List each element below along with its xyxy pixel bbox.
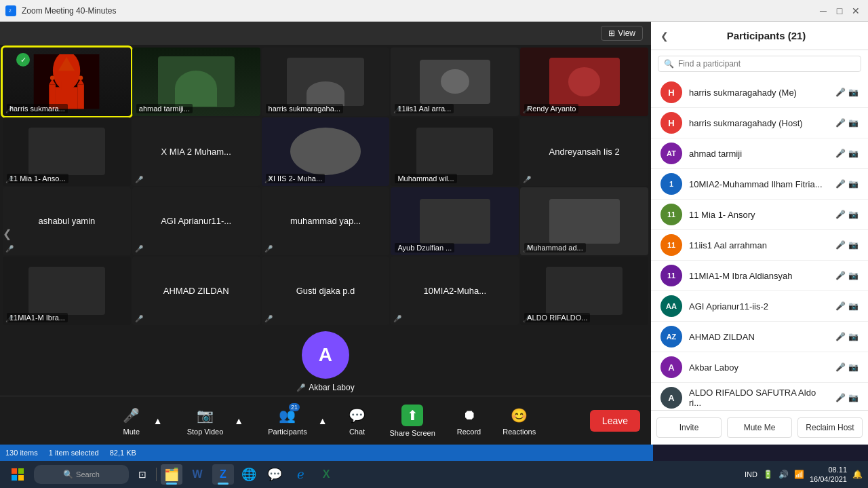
cam-icon: 📷 xyxy=(848,210,859,219)
participant-name: harris sukmaragahady (Host) xyxy=(689,118,829,128)
view-button[interactable]: ⊞ View xyxy=(601,26,643,41)
task-view-icon[interactable]: ⊡ xyxy=(133,465,152,484)
participant-item: AZ AHMAD ZILDAN 🎤 📷 xyxy=(651,322,868,352)
taskbar-search[interactable]: 🔍 Search xyxy=(34,465,129,484)
svg-text:Z: Z xyxy=(9,9,12,13)
record-button[interactable]: ⏺ Record xyxy=(448,402,490,440)
mute-icon-12: 🎤 xyxy=(135,245,143,252)
video-cell-15[interactable]: 🎤 Muhammad ad... xyxy=(520,187,648,256)
akbar-laboy-avatar: A xyxy=(302,331,349,379)
video-cell-8[interactable]: 🎤 XI IIS 2- Muha... xyxy=(262,117,390,186)
record-icon: ⏺ xyxy=(460,406,479,425)
invite-button[interactable]: Invite xyxy=(656,417,722,438)
participant-icons: 🎤 📷 xyxy=(835,271,859,280)
battery-icon: 🔋 xyxy=(763,470,773,479)
video-cell-11[interactable]: ashabul yamin 🎤 xyxy=(3,187,131,256)
cell-name-13-txt: muhammad yap... xyxy=(288,213,363,229)
video-cell-13[interactable]: muhammad yap... 🎤 xyxy=(262,187,390,256)
cell-name-3: harris sukmaragaha... xyxy=(266,104,343,113)
taskbar-edge[interactable]: ℯ xyxy=(290,464,311,485)
reactions-button[interactable]: 😊 Reactions xyxy=(493,402,545,440)
participant-name: 11 Mia 1- Ansory xyxy=(689,210,829,220)
video-group: 📷 Stop Video ▲ xyxy=(172,402,250,440)
mic-muted-icon: 🎤 xyxy=(835,393,846,402)
mute-me-button[interactable]: Mute Me xyxy=(727,417,792,438)
start-button[interactable] xyxy=(5,464,30,485)
cam-muted-icon: 📷 xyxy=(848,393,859,402)
video-cell-14[interactable]: Ayub Dzulfian ... xyxy=(391,187,519,256)
video-cell-12[interactable]: AGI Aprianur11-... 🎤 xyxy=(132,187,260,256)
cell-name-17-txt: AHMAD ZILDAN xyxy=(161,283,232,299)
avatar: AT xyxy=(660,143,682,164)
mic-icon: 🎤 xyxy=(835,88,846,97)
panel-collapse-button[interactable]: ❮ xyxy=(660,31,669,41)
cam-muted-icon: 📷 xyxy=(848,362,859,372)
mute-icon-7: 🎤 xyxy=(135,176,143,183)
mute-chevron[interactable]: ▲ xyxy=(152,415,164,426)
share-screen-button[interactable]: ⬆ Share Screen xyxy=(380,400,445,441)
selected-count: 1 item selected xyxy=(49,449,99,457)
cell-name-5: Rendy Aryanto xyxy=(524,104,578,113)
close-button[interactable]: ✕ xyxy=(849,4,863,18)
cell-name-19-txt: 10MIA2-Muha... xyxy=(421,283,490,299)
svg-rect-14 xyxy=(18,468,24,474)
chat-button[interactable]: 💬 Chat xyxy=(337,402,378,440)
scroll-left-icon[interactable]: ❮ xyxy=(3,227,12,240)
participant-item: H harris sukmaragahady (Me) 🎤 📷 xyxy=(651,77,868,108)
item-count: 130 items xyxy=(5,449,38,457)
participant-item: A Akbar Laboy 🎤 📷 xyxy=(651,352,868,383)
participant-icons: 🎤 📷 xyxy=(835,88,859,97)
taskbar-chrome[interactable]: 🌐 xyxy=(238,464,260,485)
participant-item: AA AGI Aprianur11-iis-2 🎤 📷 xyxy=(651,291,868,322)
mute-icon-13: 🎤 xyxy=(264,245,273,252)
video-cell-6[interactable]: 🎤 11 Mia 1- Anso... xyxy=(3,117,131,186)
svg-rect-5 xyxy=(61,81,72,90)
taskbar-word[interactable]: W xyxy=(186,464,208,485)
share-screen-icon: ⬆ xyxy=(401,405,423,426)
reclaim-host-button[interactable]: Reclaim Host xyxy=(797,417,863,438)
video-cell-20[interactable]: 🎤 ALDO RIFALDO... xyxy=(520,257,648,325)
cell-name-16: 11MIA1-M Ibra... xyxy=(7,313,68,322)
participants-list: H harris sukmaragahady (Me) 🎤 📷 H harris… xyxy=(651,77,868,410)
video-cell-19[interactable]: 10MIA2-Muha... 🎤 xyxy=(391,257,519,325)
video-cell-17[interactable]: AHMAD ZILDAN 🎤 xyxy=(132,257,260,325)
participants-button[interactable]: 👥 21 Participants xyxy=(258,402,316,440)
stop-video-button[interactable]: 📷 Stop Video xyxy=(178,402,233,440)
maximize-button[interactable]: □ xyxy=(833,4,846,18)
participant-icons: 🎤 📷 xyxy=(835,210,859,219)
cell-name-12-txt: AGI Aprianur11-... xyxy=(158,213,234,229)
taskbar-excel[interactable]: X xyxy=(315,464,337,485)
taskbar-whatsapp[interactable]: 💬 xyxy=(264,464,285,485)
taskbar-zoom[interactable]: Z xyxy=(212,464,234,485)
participant-name: ALDO RIFALDO SAFUTRA Aldo ri... xyxy=(689,388,829,408)
video-cell-3[interactable]: harris sukmaragaha... xyxy=(262,48,390,116)
grid-icon: ⊞ xyxy=(608,29,615,38)
video-cell-16[interactable]: 🎤 11MIA1-M Ibra... xyxy=(3,257,131,325)
cell-name-14: Ayub Dzulfian ... xyxy=(395,243,454,252)
avatar: 1 xyxy=(660,173,682,195)
video-cell-5[interactable]: 🎤 Rendy Aryanto xyxy=(520,48,648,116)
video-cell-18[interactable]: Gusti djaka p.d 🎤 xyxy=(262,257,390,325)
video-cell-7[interactable]: X MIA 2 Muham... 🎤 xyxy=(132,117,260,186)
participant-icons: 🎤 📷 xyxy=(835,179,859,189)
participant-item: H harris sukmaragahady (Host) 🎤 📷 xyxy=(651,108,868,138)
mute-icon-11: 🎤 xyxy=(5,245,14,252)
participants-chevron[interactable]: ▲ xyxy=(317,415,329,426)
mute-button[interactable]: 🎤 Mute xyxy=(111,402,152,440)
search-input[interactable] xyxy=(678,59,855,69)
svg-point-11 xyxy=(50,76,54,80)
mute-icon-18: 🎤 xyxy=(264,315,273,322)
mute-icon-10: 🎤 xyxy=(523,176,531,183)
video-cell-4[interactable]: 🎤 11iis1 Aal arra... xyxy=(391,48,519,116)
participants-group: 👥 21 Participants ▲ xyxy=(253,402,334,440)
leave-button[interactable]: Leave xyxy=(590,410,640,432)
taskbar-clock: 08.11 16/04/2021 xyxy=(810,465,847,485)
video-cell-10[interactable]: Andreyansah Iis 2 🎤 xyxy=(520,117,648,186)
participant-item: 11 11MIA1-M Ibra Aldiansyah 🎤 📷 xyxy=(651,261,868,291)
notification-icon[interactable]: 🔔 xyxy=(852,470,863,479)
video-cell-9[interactable]: Muhammad wil... xyxy=(391,117,519,186)
video-chevron[interactable]: ▲ xyxy=(233,415,245,426)
minimize-button[interactable]: ─ xyxy=(816,4,830,18)
video-cell-2[interactable]: ahmad tarmiji... xyxy=(132,48,260,116)
taskbar-explorer[interactable]: 🗂️ xyxy=(161,464,182,485)
